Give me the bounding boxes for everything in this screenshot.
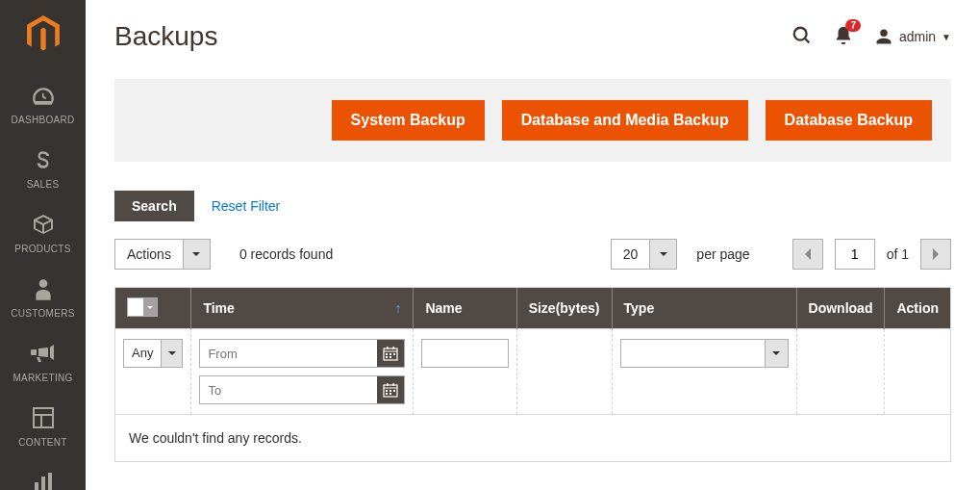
select-all-checkbox[interactable]: [127, 297, 158, 317]
nav-label: CUSTOMERS: [0, 308, 86, 319]
svg-rect-24: [386, 393, 388, 395]
actions-label: Actions: [115, 240, 183, 269]
dollar-icon: [0, 148, 86, 175]
column-name[interactable]: Name: [414, 288, 516, 329]
select-all-header[interactable]: [115, 288, 191, 329]
action-button-bar: System Backup Database and Media Backup …: [114, 79, 951, 162]
backups-grid: Time ↑ Name Size(bytes) Type Download Ac…: [114, 287, 951, 462]
svg-rect-12: [386, 353, 388, 355]
main-content: Backups 7 admin ▼ System Backup Database…: [86, 0, 980, 462]
search-button[interactable]: Search: [114, 191, 194, 221]
grid-header-row: Time ↑ Name Size(bytes) Type Download Ac…: [115, 288, 950, 329]
column-time[interactable]: Time ↑: [191, 288, 414, 329]
chevron-down-icon: [161, 340, 182, 367]
search-button[interactable]: [792, 25, 813, 49]
next-page-button[interactable]: [920, 239, 951, 270]
notification-badge: 7: [845, 19, 861, 32]
svg-rect-22: [389, 390, 391, 392]
filter-date-to[interactable]: [199, 375, 405, 404]
database-media-backup-button[interactable]: Database and Media Backup: [502, 100, 748, 141]
prev-page-button[interactable]: [792, 239, 823, 270]
column-size[interactable]: Size(bytes): [516, 288, 612, 329]
column-type[interactable]: Type: [612, 288, 796, 329]
nav-dashboard[interactable]: DASHBOARD: [0, 76, 86, 141]
svg-rect-15: [386, 356, 388, 358]
records-found-text: 0 records found: [239, 246, 333, 262]
filter-date-from[interactable]: [199, 339, 405, 368]
filter-select-any[interactable]: Any: [123, 339, 183, 368]
nav-label: PRODUCTS: [0, 244, 86, 254]
magento-logo[interactable]: [0, 0, 86, 76]
database-backup-button[interactable]: Database Backup: [766, 100, 932, 141]
svg-rect-0: [34, 408, 53, 427]
box-icon: [0, 213, 86, 240]
svg-rect-23: [393, 390, 395, 392]
svg-rect-10: [387, 347, 389, 349]
pagination: of 1: [792, 239, 951, 270]
page-header: Backups 7 admin ▼: [114, 0, 951, 62]
notifications-button[interactable]: 7: [834, 25, 853, 49]
date-to-input[interactable]: [200, 383, 377, 398]
current-page-input[interactable]: [835, 239, 875, 270]
svg-rect-21: [386, 390, 388, 392]
chevron-down-icon: [765, 340, 788, 367]
person-icon: [0, 277, 86, 304]
filter-controls: Search Reset Filter: [114, 191, 951, 221]
megaphone-icon: [0, 342, 86, 369]
chevron-down-icon: [183, 240, 210, 269]
user-icon: [874, 27, 893, 46]
reset-filter-link[interactable]: Reset Filter: [212, 198, 281, 214]
total-pages-text: of 1: [887, 246, 909, 262]
page-size-value: 20: [612, 240, 650, 269]
admin-username: admin: [899, 29, 936, 44]
filter-type-select[interactable]: [620, 339, 789, 368]
grid-toolbar: Actions 0 records found 20 per page of 1: [114, 239, 951, 270]
svg-rect-19: [387, 383, 389, 386]
nav-label: SALES: [0, 179, 86, 190]
svg-rect-25: [389, 393, 391, 395]
nav-marketing[interactable]: MARKETING: [0, 334, 86, 399]
column-download: Download: [796, 288, 885, 329]
sort-ascending-icon: ↑: [394, 300, 401, 316]
layout-icon: [0, 406, 86, 433]
system-backup-button[interactable]: System Backup: [332, 100, 485, 141]
svg-rect-14: [393, 353, 395, 355]
svg-point-6: [794, 27, 807, 39]
nav-products[interactable]: PRODUCTS: [0, 205, 86, 270]
nav-sales[interactable]: SALES: [0, 141, 86, 205]
search-icon: [792, 25, 813, 46]
nav-label: DASHBOARD: [0, 115, 86, 125]
nav-label: MARKETING: [0, 373, 86, 383]
chevron-down-icon: ▼: [942, 32, 951, 42]
admin-user-menu[interactable]: admin ▼: [874, 27, 951, 46]
magento-logo-icon: [26, 15, 61, 54]
nav-content[interactable]: CONTENT: [0, 399, 86, 462]
svg-rect-11: [393, 347, 395, 349]
chevron-right-icon: [931, 248, 941, 260]
filter-name-input[interactable]: [421, 339, 508, 368]
admin-sidebar: DASHBOARD SALES PRODUCTS CUSTOMERS MARKE…: [0, 0, 86, 462]
per-page-label: per page: [696, 246, 749, 262]
gauge-icon: [0, 84, 86, 111]
header-actions: 7 admin ▼: [792, 25, 951, 49]
chevron-left-icon: [803, 248, 813, 260]
calendar-icon[interactable]: [377, 340, 404, 367]
svg-rect-13: [389, 353, 391, 355]
svg-rect-16: [389, 356, 391, 358]
date-from-input[interactable]: [200, 347, 377, 361]
empty-grid-message: We couldn't find any records.: [115, 414, 950, 461]
chevron-down-icon: [143, 298, 157, 316]
calendar-icon[interactable]: [377, 376, 404, 403]
grid-filter-row: Any: [115, 329, 950, 415]
actions-dropdown[interactable]: Actions: [114, 239, 211, 270]
nav-customers[interactable]: CUSTOMERS: [0, 270, 86, 334]
chevron-down-icon: [649, 240, 676, 269]
svg-line-7: [805, 38, 810, 42]
page-size-select[interactable]: 20: [611, 239, 678, 270]
column-action: Action: [885, 288, 950, 329]
nav-label: CONTENT: [0, 437, 86, 448]
svg-rect-20: [393, 383, 395, 386]
page-title: Backups: [114, 21, 217, 52]
